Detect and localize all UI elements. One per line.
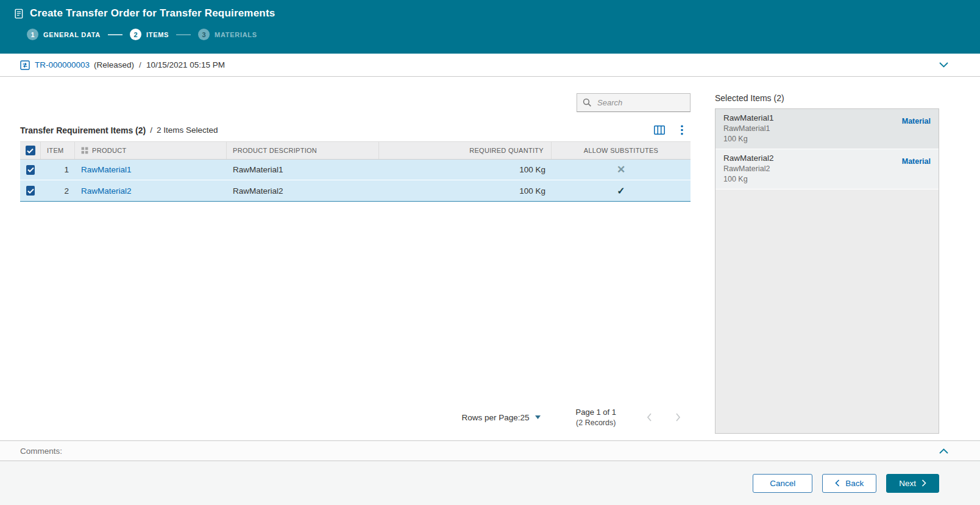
selected-item-quantity: 100 Kg <box>723 175 774 183</box>
next-button[interactable]: Next <box>886 474 939 493</box>
material-link[interactable]: Material <box>902 117 931 143</box>
selected-item-description: RawMaterial2 <box>723 164 774 173</box>
chevron-down-icon[interactable] <box>939 62 948 68</box>
step-items[interactable]: 2 ITEMS <box>130 29 169 40</box>
row-checkbox[interactable] <box>26 165 35 175</box>
comments-section[interactable]: Comments: <box>0 440 980 461</box>
allow-substitutes-check-icon: ✓ <box>617 185 625 197</box>
comments-label: Comments: <box>20 447 62 456</box>
content-area: Transfer Requirement Items (2) / 2 Items… <box>0 77 980 440</box>
page-info: Page 1 of 1 (2 Records) <box>576 408 617 427</box>
column-header-item-label: ITEM <box>47 147 63 154</box>
selected-items-panel: Selected Items (2) RawMaterial1 RawMater… <box>715 77 939 440</box>
chevron-right-icon <box>921 479 926 487</box>
column-header-item[interactable]: ITEM <box>41 142 75 159</box>
chevron-up-icon[interactable] <box>939 448 948 454</box>
column-header-description-label: PRODUCT DESCRIPTION <box>233 147 317 154</box>
previous-page-chevron-icon[interactable] <box>647 413 652 422</box>
step-materials[interactable]: 3 MATERIALS <box>198 29 257 40</box>
description-cell: RawMaterial2 <box>227 180 379 201</box>
quantity-cell: 100 Kg <box>379 180 552 201</box>
create-order-icon <box>14 9 24 19</box>
product-link[interactable]: RawMaterial2 <box>81 186 132 196</box>
items-selected-summary: 2 Items Selected <box>157 125 218 135</box>
step-general-data[interactable]: 1 GENERAL DATA <box>27 29 101 40</box>
column-settings-icon[interactable] <box>654 125 665 135</box>
select-all-cell <box>20 142 41 159</box>
items-table-title: Transfer Requirement Items (2) <box>20 125 146 135</box>
transfer-requirement-link[interactable]: TR-000000003 <box>35 60 90 69</box>
cancel-button[interactable]: Cancel <box>753 474 812 493</box>
column-header-quantity[interactable]: REQUIRED QUANTITY <box>379 142 552 159</box>
chevron-left-icon <box>835 479 840 487</box>
search-input[interactable] <box>596 97 684 108</box>
substitutes-cell: ✕ <box>552 160 691 180</box>
document-status: (Released) <box>94 60 134 69</box>
record-count-label: (2 Records) <box>576 418 617 427</box>
meta-separator: / <box>150 125 152 135</box>
select-all-checkbox[interactable] <box>26 146 35 155</box>
selected-item-name: RawMaterial2 <box>723 154 774 163</box>
selected-item-card[interactable]: RawMaterial1 RawMaterial1 100 Kg Materia… <box>715 109 939 149</box>
dropdown-arrow-icon <box>535 415 541 419</box>
product-link[interactable]: RawMaterial1 <box>81 165 132 174</box>
back-button-label: Back <box>845 479 864 488</box>
step-connector <box>108 34 122 35</box>
items-section: Transfer Requirement Items (2) / 2 Items… <box>20 77 691 440</box>
row-select-cell <box>20 180 41 201</box>
search-box <box>577 93 691 112</box>
step-2-circle: 2 <box>130 29 141 40</box>
table-row[interactable]: 1 RawMaterial1 RawMaterial1 100 Kg ✕ <box>20 160 691 180</box>
rows-per-page-dropdown[interactable]: Rows per Page:25 <box>461 413 540 422</box>
table-row[interactable]: 2 RawMaterial2 RawMaterial2 100 Kg ✓ <box>20 180 691 201</box>
selected-item-name: RawMaterial1 <box>723 113 774 122</box>
product-cell: RawMaterial2 <box>75 180 227 201</box>
substitutes-cell: ✓ <box>552 180 691 201</box>
column-header-description[interactable]: PRODUCT DESCRIPTION <box>227 142 379 159</box>
column-header-product[interactable]: PRODUCT <box>75 142 227 159</box>
document-header-bar: TR-000000003 (Released) / 10/15/2021 05:… <box>0 54 980 77</box>
back-button[interactable]: Back <box>822 474 876 493</box>
search-icon <box>583 98 592 107</box>
step-3-circle: 3 <box>198 29 210 40</box>
material-link[interactable]: Material <box>902 157 931 183</box>
description-cell: RawMaterial1 <box>227 160 379 180</box>
column-header-substitutes-label: ALLOW SUBSTITUTES <box>584 147 658 154</box>
footer-action-bar: Cancel Back Next <box>0 461 980 505</box>
search-row <box>20 93 691 112</box>
transfer-requirement-items-table: ITEM PRODUCT PRODUCT DESCRIPTION REQUIRE… <box>20 141 691 202</box>
document-separator: / <box>139 60 141 69</box>
page-title: Create Transfer Order for Transfer Requi… <box>30 7 275 19</box>
selected-item-quantity: 100 Kg <box>723 135 774 143</box>
table-actions <box>654 125 691 135</box>
page-nav <box>647 413 681 422</box>
next-page-chevron-icon[interactable] <box>675 413 681 422</box>
selected-items-list: RawMaterial1 RawMaterial1 100 Kg Materia… <box>715 108 939 434</box>
step-connector <box>176 34 191 35</box>
row-checkbox[interactable] <box>26 186 35 196</box>
step-1-circle: 1 <box>27 29 38 40</box>
title-row: Create Transfer Order for Transfer Requi… <box>14 7 980 19</box>
item-number-cell: 2 <box>41 180 75 201</box>
rows-per-page-label: Rows per Page: <box>461 413 520 422</box>
rows-per-page-value: 25 <box>520 413 529 422</box>
no-substitutes-x-icon: ✕ <box>617 163 625 176</box>
selected-item-description: RawMaterial1 <box>723 124 774 133</box>
selected-item-info: RawMaterial2 RawMaterial2 100 Kg <box>723 154 774 183</box>
column-header-product-label: PRODUCT <box>92 147 127 154</box>
selected-items-title: Selected Items (2) <box>715 93 939 103</box>
quantity-cell: 100 Kg <box>379 160 552 180</box>
column-header-quantity-label: REQUIRED QUANTITY <box>469 147 544 154</box>
table-header-row: ITEM PRODUCT PRODUCT DESCRIPTION REQUIRE… <box>20 141 691 160</box>
table-meta-row: Transfer Requirement Items (2) / 2 Items… <box>20 125 691 135</box>
column-header-substitutes[interactable]: ALLOW SUBSTITUTES <box>552 142 691 159</box>
step-1-label: GENERAL DATA <box>43 31 101 38</box>
step-2-label: ITEMS <box>146 31 169 38</box>
more-actions-kebab-icon[interactable] <box>681 125 683 135</box>
selected-item-info: RawMaterial1 RawMaterial1 100 Kg <box>723 113 774 143</box>
document-timestamp: 10/15/2021 05:15 PM <box>146 60 225 69</box>
selected-item-card[interactable]: RawMaterial2 RawMaterial2 100 Kg Materia… <box>715 149 939 189</box>
page-count-label: Page 1 of 1 <box>576 408 617 417</box>
pagination-bar: Rows per Page:25 Page 1 of 1 (2 Records) <box>20 408 691 427</box>
step-3-label: MATERIALS <box>215 31 257 38</box>
